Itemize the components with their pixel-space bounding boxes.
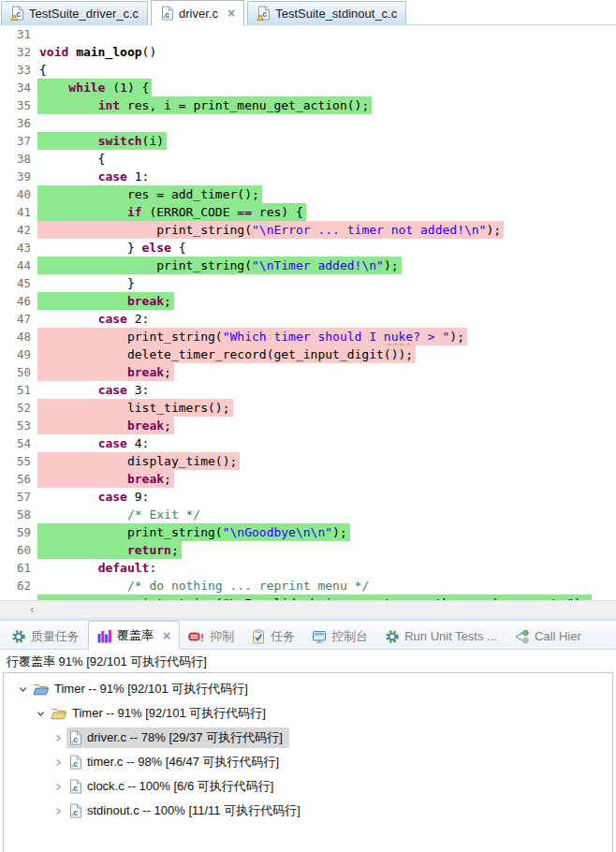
chevron-right-icon[interactable]	[51, 734, 66, 742]
code-line[interactable]: 44 print_string("\nTimer added!\n");	[0, 257, 616, 274]
code-line[interactable]: 39 case 1:	[0, 168, 616, 185]
code-line[interactable]: 56 break;	[0, 470, 616, 488]
line-number[interactable]: 34	[0, 79, 37, 96]
chevron-right-icon[interactable]	[51, 783, 66, 791]
panel-tab[interactable]: Call Hier	[506, 624, 590, 649]
line-number[interactable]: 32	[0, 43, 37, 61]
line-number[interactable]: 56	[0, 470, 37, 488]
line-number[interactable]: 35	[0, 96, 37, 114]
code-text-covered: break;	[37, 292, 174, 310]
code-line[interactable]: 37 switch(i)	[0, 132, 616, 150]
code-line[interactable]: 59 print_string("\nGoodbye\n\n");	[0, 523, 616, 541]
line-number[interactable]: 38	[0, 150, 37, 168]
code-text-covered: print_string("\nGoodbye\n\n");	[37, 523, 350, 541]
tab-close-icon[interactable]: ×	[227, 7, 235, 20]
code-line[interactable]: 57 case 9:	[0, 488, 616, 506]
chevron-right-icon[interactable]	[51, 758, 66, 767]
code-text-uncovered: delete_timer_record(get_input_digit());	[37, 345, 416, 363]
code-line[interactable]: 61 default:	[0, 559, 616, 577]
code-line[interactable]: 60 return;	[0, 541, 616, 559]
chevron-down-icon[interactable]	[33, 710, 49, 718]
code-editor[interactable]: 3132void main_loop()33{34 while (1) {35 …	[0, 25, 616, 600]
code-line[interactable]: 53 break;	[0, 417, 616, 434]
panel-tab[interactable]: 任务	[242, 624, 303, 649]
code-line[interactable]: 62 /* do nothing ... reprint menu */	[0, 577, 616, 595]
code-line[interactable]: 49 delete_timer_record(get_input_digit()…	[0, 345, 616, 363]
code-line[interactable]: 47 case 2:	[0, 310, 616, 328]
panel-tab[interactable]: 质量任务	[3, 624, 88, 649]
line-number[interactable]: 31	[0, 25, 37, 43]
code-line[interactable]: 58 /* Exit */	[0, 506, 616, 523]
panel-tab[interactable]: 覆盖率×	[88, 621, 180, 650]
line-number[interactable]: 47	[0, 310, 37, 328]
tree-row[interactable]: .cclock.c -- 100% [6/6 可执行代码行]	[4, 774, 612, 799]
code-line[interactable]: 48 print_string("Which timer should I nu…	[0, 328, 616, 345]
line-number[interactable]: 59	[0, 523, 37, 541]
line-number[interactable]: 58	[0, 506, 37, 523]
code-line[interactable]: 41 if (ERROR_CODE == res) {	[0, 203, 616, 221]
line-number[interactable]: 43	[0, 239, 37, 257]
line-number[interactable]: 44	[0, 257, 37, 274]
code-line[interactable]: 33{	[0, 61, 616, 79]
code-line[interactable]: 51 case 3:	[0, 381, 616, 399]
line-number[interactable]: 61	[0, 559, 37, 577]
line-number[interactable]: 51	[0, 381, 37, 399]
code-line[interactable]: 35 int res, i = print_menu_get_action();	[0, 96, 616, 114]
code-line[interactable]: 46 break;	[0, 292, 616, 310]
editor-tab[interactable]: .cdriver.c×	[151, 0, 244, 25]
horizontal-scrollbar[interactable]: ‹	[0, 600, 616, 617]
tree-row[interactable]: .cdriver.c -- 78% [29/37 可执行代码行]	[4, 726, 612, 750]
code-line[interactable]: 55 display_time();	[0, 452, 616, 470]
line-number[interactable]: 45	[0, 274, 37, 292]
tree-row[interactable]: .ctimer.c -- 98% [46/47 可执行代码行]	[4, 750, 612, 774]
tree-row-label: clock.c -- 100% [6/6 可执行代码行]	[87, 778, 273, 795]
line-number[interactable]: 62	[0, 577, 37, 595]
line-number[interactable]: 52	[0, 399, 37, 417]
code-line[interactable]: 38 {	[0, 150, 616, 168]
code-line[interactable]: 54 case 4:	[0, 434, 616, 452]
tree-row[interactable]: Timer -- 91% [92/101 可执行代码行]	[4, 701, 612, 726]
code-line[interactable]: 52 list_timers();	[0, 399, 616, 417]
line-number[interactable]: 33	[0, 61, 37, 79]
code-line[interactable]: 32void main_loop()	[0, 43, 616, 61]
scroll-left-icon[interactable]: ‹	[30, 602, 34, 616]
line-number[interactable]: 50	[0, 363, 37, 381]
line-number[interactable]: 39	[0, 168, 37, 185]
line-number[interactable]: 40	[0, 185, 37, 203]
line-number[interactable]: 54	[0, 434, 37, 452]
code-line[interactable]: 45 }	[0, 274, 616, 292]
code-text-uncovered: break;	[37, 363, 174, 381]
panel-tab[interactable]: 控制台	[303, 624, 376, 649]
line-number[interactable]: 49	[0, 345, 37, 363]
line-number[interactable]: 53	[0, 417, 37, 434]
panel-tab[interactable]: !抑制	[180, 624, 242, 649]
line-number[interactable]: 37	[0, 132, 37, 150]
code-line[interactable]: 36	[0, 114, 616, 132]
editor-tab[interactable]: .cTestSuite_driver_c.c	[1, 1, 148, 24]
line-number[interactable]: 46	[0, 292, 37, 310]
line-number[interactable]: 42	[0, 221, 37, 239]
code-line[interactable]: 42 print_string("\nError ... timer not a…	[0, 221, 616, 239]
code-line[interactable]: 40 res = add_timer();	[0, 185, 616, 203]
panel-tab[interactable]: Run Unit Tests ...	[376, 624, 506, 649]
line-number[interactable]: 36	[0, 114, 37, 132]
line-number[interactable]: 41	[0, 203, 37, 221]
line-number[interactable]: 48	[0, 328, 37, 345]
code-line[interactable]: 31	[0, 25, 616, 43]
tree-row-content: Timer -- 91% [92/101 可执行代码行]	[31, 679, 255, 699]
chevron-right-icon[interactable]	[51, 807, 66, 815]
code-line[interactable]: 34 while (1) {	[0, 79, 616, 96]
svg-text:.c: .c	[71, 808, 78, 817]
editor-tab[interactable]: .cTestSuite_stdinout_c.c	[247, 1, 406, 24]
c-file-icon: .c	[160, 6, 174, 21]
line-number[interactable]: 57	[0, 488, 37, 506]
line-number[interactable]: 60	[0, 541, 37, 559]
code-line[interactable]: 43 } else {	[0, 239, 616, 257]
code-line[interactable]: 50 break;	[0, 363, 616, 381]
panel-tab-label: 覆盖率	[117, 627, 154, 644]
tab-close-icon[interactable]: ×	[163, 629, 170, 642]
tree-row[interactable]: .cstdinout.c -- 100% [11/11 可执行代码行]	[4, 799, 612, 823]
tree-row[interactable]: Timer -- 91% [92/101 可执行代码行]	[4, 677, 612, 701]
line-number[interactable]: 55	[0, 452, 37, 470]
chevron-down-icon[interactable]	[15, 685, 31, 694]
